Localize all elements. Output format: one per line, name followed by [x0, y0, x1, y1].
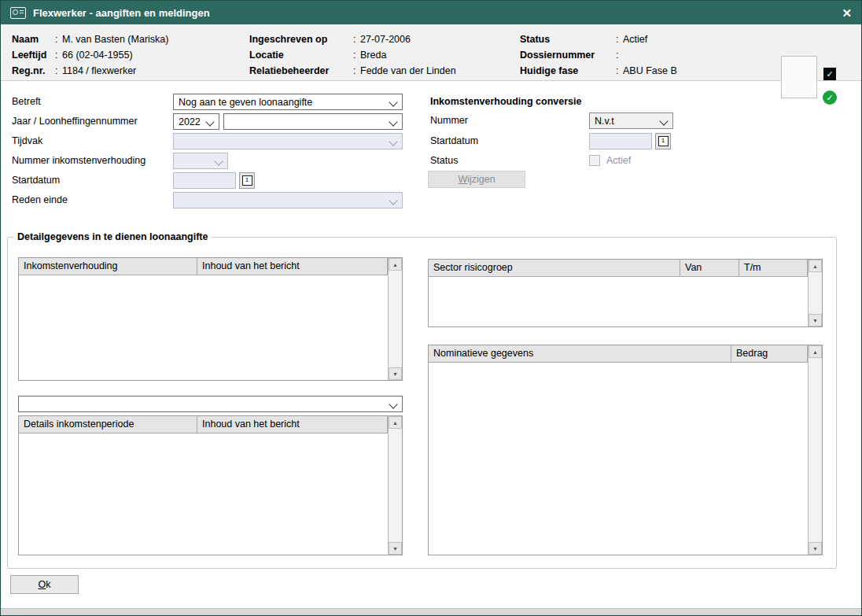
scroll-down-button[interactable]: ▼: [389, 542, 402, 555]
bottom-edge: [1, 608, 861, 615]
chevron-down-icon: [659, 116, 668, 125]
scroll-down-button[interactable]: ▼: [809, 314, 822, 326]
dossiernummer-label: Dossiernummer: [520, 47, 616, 63]
arrow-down-icon: ▼: [812, 546, 818, 551]
nummer-inkomstenverhouding-select[interactable]: [173, 153, 228, 169]
header-row-ingeschreven: Ingeschreven op : 27-07-2006: [249, 31, 456, 47]
title-bar: Flexwerker - aangiften en meldingen ✕: [1, 1, 861, 24]
header-row-dossiernummer: Dossiernummer :: [520, 47, 677, 63]
conversie-startdatum-calendar-button[interactable]: 1: [655, 133, 671, 149]
scrollbar[interactable]: ▲ ▼: [388, 258, 402, 380]
nominatieve-gegevens-list[interactable]: [429, 363, 808, 555]
check-icon: ✓: [826, 69, 833, 79]
wijzigen-button[interactable]: Wijzigen: [428, 171, 525, 188]
regnr-label: Reg.nr.: [12, 63, 55, 79]
scroll-up-button[interactable]: ▲: [809, 260, 822, 272]
conversie-nummer-select[interactable]: N.v.t: [589, 113, 673, 129]
reden-einde-label: Reden einde: [12, 192, 68, 208]
column-header[interactable]: Van: [680, 260, 739, 276]
window-title: Flexwerker - aangiften en meldingen: [33, 7, 210, 19]
chevron-down-icon: [389, 400, 397, 408]
reden-einde-select[interactable]: [173, 192, 403, 208]
column-header[interactable]: Nominatieve gegevens: [429, 345, 731, 362]
chevron-down-icon: [205, 117, 214, 126]
startdatum-calendar-button[interactable]: 1: [239, 172, 255, 189]
colon: :: [55, 31, 62, 47]
header-row-naam: Naam : M. van Basten (Mariska): [12, 31, 168, 47]
header-row-locatie: Locatie : Breda: [249, 47, 456, 63]
detail-periode-select[interactable]: [18, 396, 403, 412]
inkomstenverhouding-list[interactable]: [19, 275, 388, 380]
conversie-actief-checkbox[interactable]: [589, 155, 600, 166]
relatiebeheerder-label: Relatiebeheerder: [249, 63, 353, 79]
colon: :: [55, 47, 62, 63]
startdatum-label: Startdatum: [12, 172, 60, 189]
scrollbar[interactable]: ▲ ▼: [388, 416, 402, 555]
jaar-loonheffingennummer-label: Jaar / Loonheffingennummer: [12, 113, 138, 130]
chevron-down-icon: [389, 117, 397, 126]
header-checkbox[interactable]: ✓: [823, 68, 836, 80]
scroll-down-button[interactable]: ▼: [809, 542, 822, 555]
locatie-value: Breda: [360, 47, 386, 63]
conversie-actief-checkbox-label: Actief: [606, 154, 631, 167]
betreft-selected-value: Nog aan te geven loonaangifte: [179, 97, 312, 108]
calendar-icon: 1: [242, 175, 252, 186]
huidige-fase-label: Huidige fase: [520, 63, 616, 79]
conversie-startdatum-input[interactable]: [589, 133, 652, 149]
chevron-down-icon: [389, 196, 397, 205]
column-header[interactable]: Inhoud van het bericht: [197, 416, 388, 433]
colon: :: [353, 47, 360, 63]
inkomstenverhouding-table-header: Inkomstenverhouding Inhoud van het beric…: [19, 258, 388, 275]
sector-risicogroep-list[interactable]: [429, 277, 808, 326]
column-header[interactable]: Bedrag: [731, 345, 808, 362]
tijdvak-select[interactable]: [173, 133, 403, 149]
scroll-up-button[interactable]: ▲: [389, 258, 402, 271]
header-row-huidige-fase: Huidige fase : ABU Fase B: [520, 63, 677, 79]
inkomstenperiode-list[interactable]: [19, 433, 388, 555]
scroll-up-button[interactable]: ▲: [809, 345, 822, 358]
ingeschreven-label: Ingeschreven op: [249, 31, 353, 47]
inkomstenverhouding-table: Inkomstenverhouding Inhoud van het beric…: [18, 257, 403, 381]
chevron-down-icon: [214, 157, 223, 165]
colon: :: [353, 31, 360, 47]
flexwerker-dialog: Flexwerker - aangiften en meldingen ✕ Na…: [0, 0, 862, 616]
arrow-down-icon: ▼: [812, 318, 818, 323]
arrow-up-icon: ▲: [812, 264, 818, 269]
column-header[interactable]: Inkomstenverhouding: [19, 258, 197, 275]
betreft-select[interactable]: Nog aan te geven loonaangifte: [173, 94, 403, 110]
arrow-up-icon: ▲: [812, 349, 818, 355]
huidige-fase-value: ABU Fase B: [623, 63, 677, 79]
close-icon[interactable]: ✕: [842, 7, 852, 19]
inkomstenperiode-table-header: Details inkomstenperiode Inhoud van het …: [19, 416, 388, 433]
jaar-select[interactable]: 2022: [173, 113, 219, 130]
column-header[interactable]: T/m: [739, 260, 808, 276]
arrow-down-icon: ▼: [392, 371, 398, 377]
betreft-label: Betreft: [12, 94, 41, 110]
status-label: Status: [520, 31, 616, 47]
conversie-status-label: Status: [430, 153, 458, 169]
header-row-regnr: Reg.nr. : 1184 / flexwerker: [12, 63, 168, 79]
detailgegevens-group-title: Detailgegevens in te dienen loonaangifte: [13, 231, 212, 242]
scrollbar[interactable]: ▲ ▼: [808, 260, 822, 326]
header-row-status: Status : Actief: [520, 31, 677, 47]
locatie-label: Locatie: [249, 47, 353, 63]
column-header[interactable]: Inhoud van het bericht: [197, 258, 388, 275]
sector-risicogroep-table-header: Sector risicogroep Van T/m: [429, 260, 808, 277]
column-header[interactable]: Sector risicogroep: [429, 260, 680, 276]
scrollbar[interactable]: ▲ ▼: [808, 345, 822, 555]
column-header[interactable]: Details inkomstenperiode: [19, 416, 197, 433]
conversie-section-title: Inkomstenverhouding conversie: [430, 94, 581, 110]
regnr-value: 1184 / flexwerker: [62, 63, 136, 79]
chevron-down-icon: [389, 98, 397, 106]
conversie-nummer-label: Nummer: [430, 113, 468, 129]
nummer-inkomstenverhouding-label: Nummer inkomstenverhouding: [12, 153, 146, 169]
sector-risicogroep-table: Sector risicogroep Van T/m ▲ ▼: [428, 259, 823, 327]
scroll-up-button[interactable]: ▲: [389, 416, 402, 429]
startdatum-input[interactable]: [173, 172, 236, 189]
scroll-down-button[interactable]: ▼: [389, 367, 402, 380]
ok-button[interactable]: Ok: [10, 575, 79, 594]
loonheffingennummer-select[interactable]: [223, 113, 403, 130]
nominatieve-gegevens-table-header: Nominatieve gegevens Bedrag: [429, 345, 808, 363]
colon: :: [55, 63, 62, 79]
person-info-panel: Naam : M. van Basten (Mariska) Leeftijd …: [1, 24, 861, 81]
